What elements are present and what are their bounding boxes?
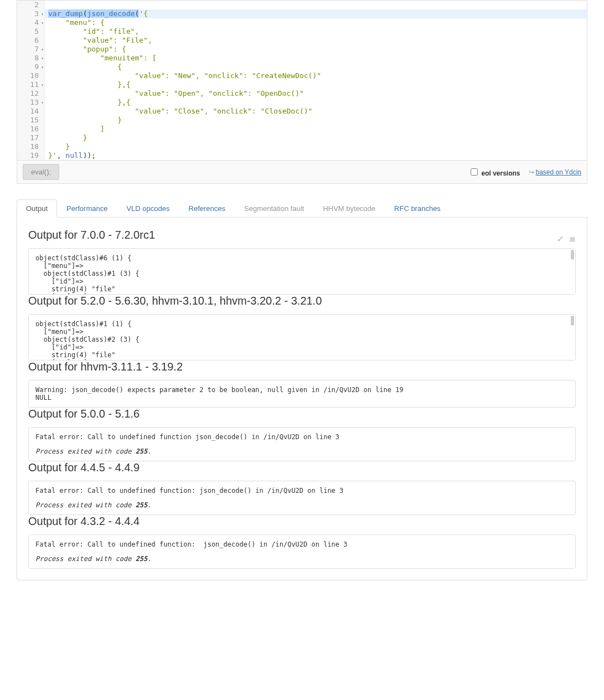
line-number: 11 bbox=[28, 80, 39, 89]
tab-performance[interactable]: Performance bbox=[57, 199, 117, 218]
code-editor[interactable]: 2345678910111213141516171819 var_dump(js… bbox=[17, 0, 587, 161]
output-section-title: Output for 7.0.0 - 7.2.0rc1 bbox=[28, 229, 155, 241]
tab-vld-opcodes[interactable]: VLD opcodes bbox=[117, 199, 179, 218]
tab-references[interactable]: References bbox=[179, 199, 235, 218]
editor-gutter: 2345678910111213141516171819 bbox=[17, 1, 45, 160]
code-line[interactable]: "value": "New", "onclick": "CreateNewDoc… bbox=[45, 71, 587, 80]
tab-output[interactable]: Output bbox=[17, 199, 57, 218]
line-number: 19 bbox=[28, 151, 39, 160]
line-number: 14 bbox=[28, 107, 39, 116]
code-line[interactable]: } bbox=[45, 142, 587, 151]
output-section-title: Output for hhvm-3.11.1 - 3.19.2 bbox=[28, 361, 183, 373]
exit-status: Process exited with code 255. bbox=[35, 447, 569, 455]
eol-versions-checkbox[interactable] bbox=[471, 168, 478, 176]
code-line[interactable]: "menuitem": [ bbox=[45, 54, 587, 63]
line-number: 4 bbox=[28, 18, 39, 27]
output-view-controls: ⤢≣ bbox=[557, 234, 576, 243]
line-number: 3 bbox=[28, 9, 39, 18]
line-number: 18 bbox=[28, 142, 39, 151]
scrollbar-thumb[interactable] bbox=[571, 250, 574, 260]
line-number: 12 bbox=[28, 89, 39, 98]
output-box[interactable]: object(stdClass)#6 (1) { ["menu"]=> obje… bbox=[28, 248, 576, 295]
editor-toolbar: eval(); eol versions ↪based on Ydcin bbox=[17, 161, 587, 184]
output-box[interactable]: Warning: json_decode() expects parameter… bbox=[28, 380, 576, 408]
line-number: 16 bbox=[28, 125, 39, 133]
tab-segmentation-fault: Segmentation fault bbox=[235, 199, 313, 218]
code-line[interactable]: "value": "Close", "onclick": "CloseDoc()… bbox=[45, 107, 587, 116]
output-text: object(stdClass)#1 (1) { ["menu"]=> obje… bbox=[35, 320, 569, 361]
eval-button[interactable]: eval(); bbox=[23, 164, 59, 180]
based-on-link[interactable]: based on Ydcin bbox=[535, 168, 581, 176]
code-line[interactable]: "popup": { bbox=[45, 45, 587, 54]
output-section-title: Output for 5.2.0 - 5.6.30, hhvm-3.10.1, … bbox=[28, 295, 322, 307]
tab-hhvm-bytecode: HHVM bytecode bbox=[313, 199, 385, 218]
output-box[interactable]: object(stdClass)#1 (1) { ["menu"]=> obje… bbox=[28, 314, 576, 361]
code-line[interactable]: }', null)); bbox=[45, 151, 587, 160]
line-number: 6 bbox=[28, 36, 39, 45]
code-line[interactable]: },{ bbox=[45, 98, 587, 107]
line-number: 2 bbox=[28, 1, 39, 9]
editor-content[interactable]: var_dump(json_decode('{ "menu": { "id": … bbox=[45, 1, 587, 160]
output-text: object(stdClass)#6 (1) { ["menu"]=> obje… bbox=[35, 254, 569, 295]
code-line[interactable]: var_dump(json_decode('{ bbox=[45, 9, 587, 18]
output-text: Fatal error: Call to undefined function … bbox=[35, 433, 569, 441]
line-number: 13 bbox=[28, 98, 39, 107]
result-tabs: OutputPerformanceVLD opcodesReferencesSe… bbox=[17, 199, 587, 218]
exit-status: Process exited with code 255. bbox=[35, 501, 569, 509]
output-text: Warning: json_decode() expects parameter… bbox=[35, 386, 569, 402]
code-line[interactable]: "menu": { bbox=[45, 18, 587, 27]
code-line[interactable] bbox=[45, 1, 587, 9]
expand-icon[interactable]: ⤢ bbox=[557, 234, 564, 243]
line-number: 17 bbox=[28, 133, 39, 142]
tab-rfc-branches[interactable]: RFC branches bbox=[385, 199, 450, 218]
results-panel: Output for 7.0.0 - 7.2.0rc1⤢≣object(stdC… bbox=[17, 218, 587, 580]
code-line[interactable]: "value": "Open", "onclick": "OpenDoc()" bbox=[45, 89, 587, 98]
code-line[interactable]: "id": "file", bbox=[45, 27, 587, 36]
eol-versions-label: eol versions bbox=[481, 169, 520, 177]
eol-versions-toggle[interactable]: eol versions bbox=[468, 167, 520, 177]
line-number: 5 bbox=[28, 27, 39, 36]
output-box[interactable]: Fatal error: Call to undefined function:… bbox=[28, 534, 576, 569]
code-line[interactable]: } bbox=[45, 133, 587, 142]
code-line[interactable]: } bbox=[45, 116, 587, 125]
code-line[interactable]: },{ bbox=[45, 80, 587, 89]
exit-status: Process exited with code 255. bbox=[35, 555, 569, 563]
line-number: 7 bbox=[28, 45, 39, 54]
code-line[interactable]: ] bbox=[45, 125, 587, 133]
line-number: 10 bbox=[28, 71, 39, 80]
line-number: 9 bbox=[28, 63, 39, 71]
output-section-title: Output for 4.4.5 - 4.4.9 bbox=[28, 461, 140, 474]
output-text: Fatal error: Call to undefined function:… bbox=[35, 541, 569, 548]
list-icon[interactable]: ≣ bbox=[569, 234, 576, 243]
output-section-title: Output for 4.3.2 - 4.4.4 bbox=[28, 515, 140, 528]
code-line[interactable]: { bbox=[45, 63, 587, 71]
code-line[interactable]: "value": "File", bbox=[45, 36, 587, 45]
output-box[interactable]: Fatal error: Call to undefined function … bbox=[28, 427, 576, 461]
output-section-title: Output for 5.0.0 - 5.1.6 bbox=[28, 408, 140, 420]
scrollbar-thumb[interactable] bbox=[571, 316, 574, 326]
line-number: 15 bbox=[28, 116, 39, 125]
output-box[interactable]: Fatal error: Call to undefined function:… bbox=[28, 481, 576, 515]
output-text: Fatal error: Call to undefined function:… bbox=[35, 487, 569, 495]
line-number: 8 bbox=[28, 54, 39, 63]
link-icon: ↪ bbox=[529, 168, 534, 176]
